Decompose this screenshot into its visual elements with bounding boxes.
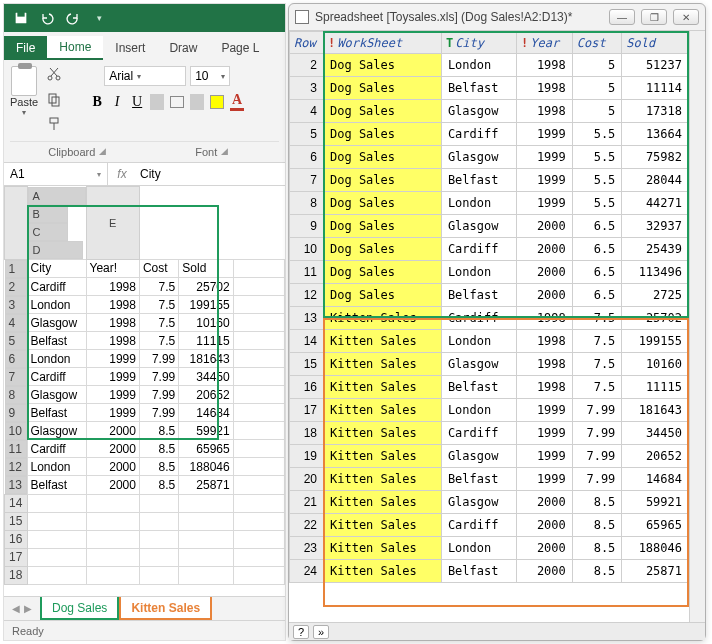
- cell[interactable]: [233, 548, 284, 566]
- cell-city[interactable]: Glasgow: [441, 146, 516, 169]
- cell-sold[interactable]: 75982: [622, 146, 689, 169]
- minimize-button[interactable]: —: [609, 9, 635, 25]
- cell-year[interactable]: 1999: [517, 146, 573, 169]
- table-row[interactable]: 2 Dog Sales London 1998 5 51237: [290, 54, 689, 77]
- cell-city[interactable]: London: [441, 54, 516, 77]
- table-row[interactable]: 1CityYear!CostSold: [5, 259, 285, 278]
- cell-worksheet[interactable]: Dog Sales: [324, 77, 442, 100]
- cell[interactable]: London: [27, 296, 86, 314]
- cell[interactable]: 7.99: [139, 386, 178, 404]
- cell-year[interactable]: 2000: [517, 215, 573, 238]
- table-row[interactable]: 12 Dog Sales Belfast 2000 6.5 2725: [290, 284, 689, 307]
- cell-city[interactable]: Glasgow: [441, 100, 516, 123]
- row-number[interactable]: 2: [290, 54, 324, 77]
- cell[interactable]: Belfast: [27, 476, 86, 495]
- cell[interactable]: [233, 476, 284, 495]
- cell-sold[interactable]: 199155: [622, 330, 689, 353]
- row-number[interactable]: 6: [290, 146, 324, 169]
- cell-worksheet[interactable]: Dog Sales: [324, 192, 442, 215]
- row-number[interactable]: 14: [290, 330, 324, 353]
- row-header[interactable]: 15: [5, 512, 28, 530]
- cell-city[interactable]: Cardiff: [441, 238, 516, 261]
- cell[interactable]: [233, 368, 284, 386]
- table-row[interactable]: 2Cardiff19987.525702: [5, 278, 285, 296]
- row-number[interactable]: 5: [290, 123, 324, 146]
- cell[interactable]: [27, 566, 86, 584]
- table-row[interactable]: 13Belfast20008.525871: [5, 476, 285, 495]
- cell-sold[interactable]: 2725: [622, 284, 689, 307]
- cell-cost[interactable]: 6.5: [572, 238, 622, 261]
- cell-year[interactable]: 1999: [517, 445, 573, 468]
- cell-city[interactable]: Cardiff: [441, 422, 516, 445]
- save-icon[interactable]: [12, 9, 30, 27]
- cell[interactable]: 1999: [86, 404, 139, 422]
- cell-cost[interactable]: 7.99: [572, 445, 622, 468]
- row-number[interactable]: 13: [290, 307, 324, 330]
- cell[interactable]: 199155: [179, 296, 233, 314]
- cell[interactable]: 1998: [86, 332, 139, 350]
- cell[interactable]: [179, 530, 233, 548]
- cell-year[interactable]: 2000: [517, 238, 573, 261]
- cell[interactable]: [86, 512, 139, 530]
- cell-sold[interactable]: 11115: [622, 376, 689, 399]
- file-tab[interactable]: File: [4, 36, 47, 60]
- cell[interactable]: Sold: [179, 259, 233, 278]
- border-button[interactable]: [170, 96, 184, 108]
- col-header-cost[interactable]: Cost: [572, 32, 622, 54]
- cell[interactable]: [179, 494, 233, 512]
- cell-city[interactable]: Belfast: [441, 468, 516, 491]
- cell[interactable]: Glasgow: [27, 314, 86, 332]
- cell-sold[interactable]: 25702: [622, 307, 689, 330]
- cell[interactable]: 59921: [179, 422, 233, 440]
- cell-sold[interactable]: 13664: [622, 123, 689, 146]
- font-name-select[interactable]: Arial: [104, 66, 186, 86]
- cell-year[interactable]: 1999: [517, 422, 573, 445]
- font-size-select[interactable]: 10: [190, 66, 230, 86]
- row-number[interactable]: 10: [290, 238, 324, 261]
- cell[interactable]: [27, 494, 86, 512]
- cell[interactable]: [139, 548, 178, 566]
- cell-sold[interactable]: 51237: [622, 54, 689, 77]
- row-header[interactable]: 3: [5, 296, 27, 314]
- data-window-titlebar[interactable]: Spreadsheet [Toysales.xls] (Dog Sales!A2…: [289, 4, 705, 30]
- cell-city[interactable]: Belfast: [441, 169, 516, 192]
- table-row[interactable]: 18 Kitten Sales Cardiff 1999 7.99 34450: [290, 422, 689, 445]
- cell[interactable]: 25871: [179, 476, 233, 495]
- table-row[interactable]: 9 Dog Sales Glasgow 2000 6.5 32937: [290, 215, 689, 238]
- row-header[interactable]: 4: [5, 314, 27, 332]
- table-row[interactable]: 5Belfast19987.511115: [5, 332, 285, 350]
- cell[interactable]: [233, 259, 284, 278]
- cell-year[interactable]: 1998: [517, 100, 573, 123]
- data-table[interactable]: Row !WorkSheet TCity !Year Cost Sold 2 D…: [289, 31, 689, 583]
- cell[interactable]: [27, 530, 86, 548]
- cell[interactable]: [179, 548, 233, 566]
- cell[interactable]: City: [27, 259, 86, 278]
- cell-year[interactable]: 1998: [517, 353, 573, 376]
- cell-year[interactable]: 2000: [517, 537, 573, 560]
- row-number[interactable]: 4: [290, 100, 324, 123]
- cell[interactable]: [86, 566, 139, 584]
- row-number[interactable]: 20: [290, 468, 324, 491]
- table-row[interactable]: 19 Kitten Sales Glasgow 1999 7.99 20652: [290, 445, 689, 468]
- cell-city[interactable]: Glasgow: [441, 445, 516, 468]
- vertical-scrollbar[interactable]: [689, 31, 705, 622]
- table-row[interactable]: 12London20008.5188046: [5, 458, 285, 476]
- cell[interactable]: [233, 296, 284, 314]
- row-number[interactable]: 17: [290, 399, 324, 422]
- cell[interactable]: [233, 440, 284, 458]
- col-header-B[interactable]: B: [28, 205, 68, 223]
- row-number[interactable]: 22: [290, 514, 324, 537]
- qat-dropdown-icon[interactable]: ▾: [90, 9, 108, 27]
- tab-draw[interactable]: Draw: [157, 36, 209, 60]
- cell-city[interactable]: Belfast: [441, 284, 516, 307]
- row-header[interactable]: 14: [5, 494, 28, 512]
- row-number[interactable]: 3: [290, 77, 324, 100]
- help-button[interactable]: ?: [293, 625, 309, 639]
- cell[interactable]: Cardiff: [27, 368, 86, 386]
- cell[interactable]: 7.99: [139, 368, 178, 386]
- cell-worksheet[interactable]: Dog Sales: [324, 146, 442, 169]
- cell-year[interactable]: 1999: [517, 399, 573, 422]
- sheet-nav-prev-icon[interactable]: ◀: [12, 603, 20, 614]
- cell-worksheet[interactable]: Kitten Sales: [324, 537, 442, 560]
- cell-cost[interactable]: 8.5: [572, 560, 622, 583]
